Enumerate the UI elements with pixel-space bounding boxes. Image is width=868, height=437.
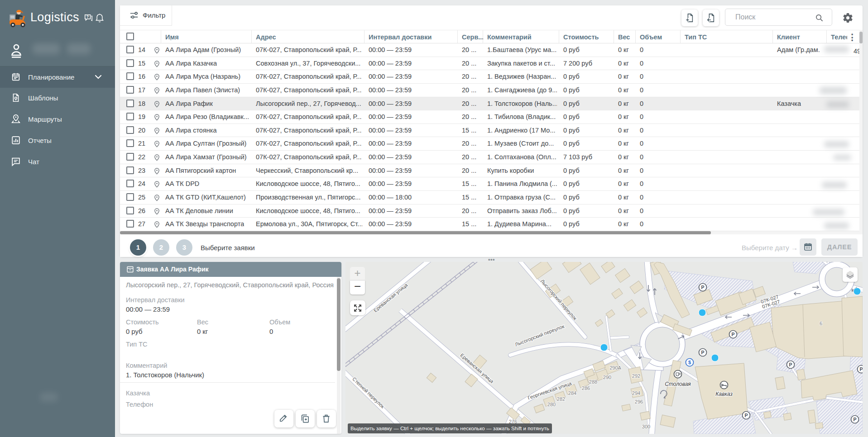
svg-text:Кавказ: Кавказ (715, 391, 733, 397)
svg-text:$: $ (688, 360, 691, 365)
svg-text:300: 300 (642, 424, 650, 429)
svg-text:280: 280 (547, 402, 556, 407)
svg-text:Столовая: Столовая (665, 381, 691, 387)
svg-text:P: P (731, 332, 734, 337)
svg-text:292: 292 (632, 373, 640, 379)
svg-text:294: 294 (632, 390, 640, 396)
svg-text:P: P (701, 350, 704, 355)
svg-text:6: 6 (820, 321, 822, 326)
svg-text:?: ? (86, 15, 89, 19)
svg-text:288: 288 (589, 379, 597, 385)
svg-text:P: P (744, 413, 748, 418)
svg-text:286: 286 (582, 385, 590, 391)
svg-text:284: 284 (568, 390, 576, 396)
svg-text:P: P (789, 362, 792, 367)
svg-text:P: P (701, 285, 704, 290)
svg-text:290: 290 (603, 375, 611, 380)
svg-text:296: 296 (635, 399, 643, 404)
svg-text:P: P (859, 366, 863, 372)
svg-text:282: 282 (557, 396, 565, 402)
svg-text:P: P (853, 417, 856, 422)
svg-text:290А: 290А (609, 365, 621, 370)
